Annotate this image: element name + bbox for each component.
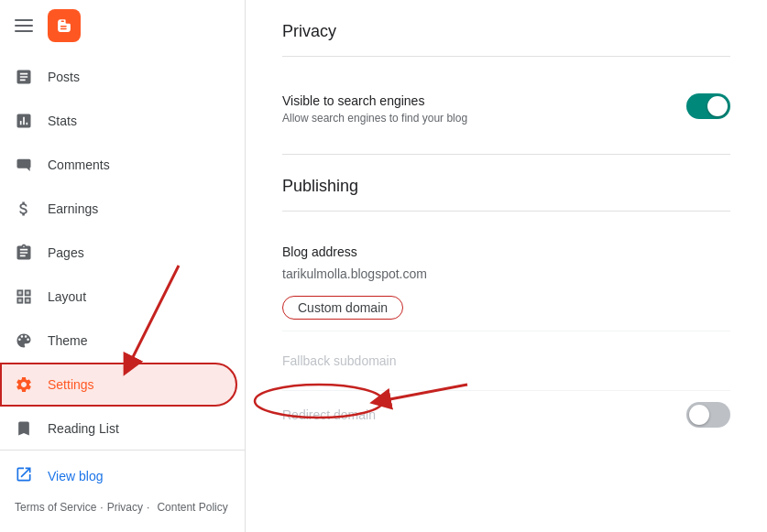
sidebar-item-reading-list[interactable]: Reading List bbox=[0, 407, 237, 446]
reading-list-icon bbox=[15, 419, 33, 438]
sidebar-header bbox=[0, 0, 245, 51]
footer-links: Terms of Service · Privacy · Content Pol… bbox=[15, 501, 230, 517]
publishing-section: Publishing Blog address tarikulmolla.blo… bbox=[282, 177, 730, 439]
sidebar-item-layout[interactable]: Layout bbox=[0, 275, 237, 319]
redirect-domain-toggle[interactable] bbox=[686, 402, 730, 428]
fallback-subdomain-label: Fallback subdomain bbox=[282, 342, 730, 379]
blog-address-row: Blog address tarikulmolla.blogspot.com C… bbox=[282, 233, 730, 331]
publishing-divider bbox=[282, 211, 730, 212]
visible-search-engines-toggle[interactable] bbox=[686, 93, 730, 119]
blogger-logo bbox=[48, 9, 81, 42]
toggle-track bbox=[686, 93, 730, 119]
stats-icon bbox=[15, 112, 33, 130]
redirect-domain-label: Redirect domain bbox=[282, 407, 376, 422]
sidebar: Posts Stats Comments Earnings bbox=[0, 0, 246, 532]
section-divider-2 bbox=[282, 154, 730, 155]
pages-icon bbox=[15, 244, 33, 262]
main-content: Privacy Visible to search engines Allow … bbox=[246, 0, 767, 532]
toggle-switch[interactable] bbox=[686, 93, 730, 119]
sidebar-item-earnings[interactable]: Earnings bbox=[0, 187, 237, 231]
visible-search-engines-label: Visible to search engines bbox=[282, 93, 664, 108]
content-policy-link[interactable]: Content Policy bbox=[157, 501, 227, 517]
settings-icon bbox=[15, 375, 33, 394]
sidebar-item-posts-label: Posts bbox=[48, 70, 80, 84]
view-blog-label: View blog bbox=[48, 469, 103, 483]
redirect-domain-row: Redirect domain bbox=[282, 391, 730, 439]
sidebar-item-pages[interactable]: Pages bbox=[0, 231, 237, 275]
view-blog-link[interactable]: View blog bbox=[15, 458, 230, 494]
sidebar-item-theme[interactable]: Theme bbox=[0, 319, 237, 363]
blog-address-label: Blog address bbox=[282, 244, 730, 259]
sidebar-item-posts[interactable]: Posts bbox=[0, 55, 237, 99]
sidebar-item-stats-label: Stats bbox=[48, 114, 77, 128]
visible-search-engines-row: Visible to search engines Allow search e… bbox=[282, 79, 730, 139]
fallback-subdomain-row: Fallback subdomain bbox=[282, 331, 730, 391]
custom-domain-container: Custom domain bbox=[282, 292, 730, 320]
redirect-toggle-track bbox=[686, 402, 730, 428]
sidebar-item-comments[interactable]: Comments bbox=[0, 143, 237, 187]
posts-icon bbox=[15, 68, 33, 86]
comments-icon bbox=[15, 156, 33, 174]
toggle-knob bbox=[707, 96, 728, 116]
privacy-divider bbox=[282, 56, 730, 57]
sidebar-item-settings[interactable]: Settings bbox=[0, 363, 237, 407]
sidebar-item-settings-label: Settings bbox=[48, 377, 94, 392]
redirect-toggle-switch[interactable] bbox=[686, 402, 730, 428]
view-blog-icon bbox=[15, 465, 33, 486]
sidebar-item-layout-label: Layout bbox=[48, 289, 86, 304]
publishing-section-title: Publishing bbox=[282, 177, 730, 196]
sidebar-item-reading-list-label: Reading List bbox=[48, 421, 119, 436]
custom-domain-button[interactable]: Custom domain bbox=[282, 296, 403, 320]
privacy-section: Privacy Visible to search engines Allow … bbox=[282, 22, 730, 139]
sidebar-item-earnings-label: Earnings bbox=[48, 201, 98, 216]
layout-icon bbox=[15, 288, 33, 306]
sidebar-item-theme-label: Theme bbox=[48, 333, 88, 348]
sidebar-navigation: Posts Stats Comments Earnings bbox=[0, 51, 245, 446]
visible-search-engines-desc: Allow search engines to find your blog bbox=[282, 112, 664, 125]
sidebar-item-pages-label: Pages bbox=[48, 245, 84, 260]
redirect-toggle-knob bbox=[689, 405, 709, 425]
privacy-link[interactable]: Privacy bbox=[107, 501, 143, 517]
visible-search-engines-info: Visible to search engines Allow search e… bbox=[282, 93, 664, 125]
sidebar-item-comments-label: Comments bbox=[48, 157, 110, 172]
theme-icon bbox=[15, 331, 33, 350]
blog-address-value: tarikulmolla.blogspot.com bbox=[282, 263, 730, 285]
terms-link[interactable]: Terms of Service bbox=[15, 501, 96, 517]
sidebar-footer: View blog Terms of Service · Privacy · C… bbox=[0, 450, 245, 532]
sidebar-item-stats[interactable]: Stats bbox=[0, 99, 237, 143]
earnings-icon bbox=[15, 200, 33, 218]
privacy-section-title: Privacy bbox=[282, 22, 730, 41]
menu-button[interactable] bbox=[11, 16, 37, 36]
